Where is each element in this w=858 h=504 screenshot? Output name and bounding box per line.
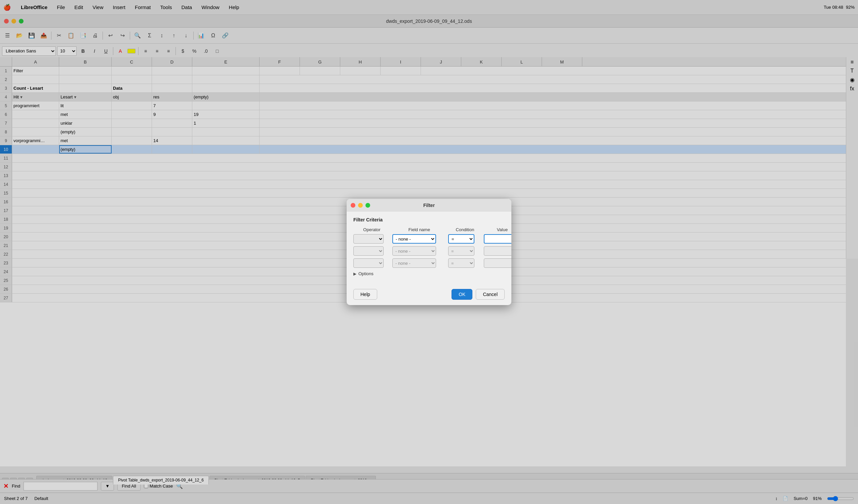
dialog-body: Filter Criteria Operator Field name Cond… (347, 212, 511, 285)
dialog-buttons: Help OK Cancel (347, 285, 511, 305)
filter-value-2[interactable] (484, 246, 511, 256)
dialog-title: Filter (423, 202, 435, 208)
filter-condition-2[interactable]: = (448, 246, 474, 256)
filter-condition-3[interactable]: = (448, 258, 474, 268)
options-label: Options (359, 271, 374, 276)
modal-overlay: Filter Filter Criteria Operator Field na… (0, 0, 858, 504)
filter-value-1[interactable] (484, 234, 511, 244)
filter-value-3[interactable] (484, 258, 511, 268)
col-operator-label: Operator (353, 227, 390, 232)
col-condition-label: Condition (448, 227, 482, 232)
filter-condition-1[interactable]: = (448, 234, 474, 244)
filter-operator-2[interactable] (353, 246, 384, 256)
dialog-max-button[interactable] (365, 203, 370, 208)
filter-row-3: - none - = (353, 258, 505, 268)
filter-dialog: Filter Filter Criteria Operator Field na… (347, 199, 511, 305)
dialog-grid-header: Operator Field name Condition Value (353, 227, 505, 232)
cancel-button[interactable]: Cancel (476, 289, 505, 300)
dialog-titlebar: Filter (347, 199, 511, 212)
help-button[interactable]: Help (353, 289, 377, 300)
options-row[interactable]: ▶ Options (353, 271, 505, 276)
filter-operator-1[interactable] (353, 234, 384, 244)
filter-fieldname-2[interactable]: - none - (392, 246, 436, 256)
col-value-label: Value (484, 227, 511, 232)
filter-row-1: - none - = (353, 234, 505, 244)
ok-button[interactable]: OK (451, 289, 472, 300)
dialog-close-button[interactable] (351, 203, 355, 208)
col-fieldname-label: Field name (392, 227, 446, 232)
filter-operator-3[interactable] (353, 258, 384, 268)
filter-criteria-title: Filter Criteria (353, 217, 505, 223)
options-arrow-icon: ▶ (353, 272, 356, 276)
filter-fieldname-1[interactable]: - none - (392, 234, 436, 244)
filter-fieldname-3[interactable]: - none - (392, 258, 436, 268)
dialog-min-button[interactable] (358, 203, 363, 208)
dialog-controls (351, 203, 370, 208)
filter-row-2: - none - = (353, 246, 505, 256)
